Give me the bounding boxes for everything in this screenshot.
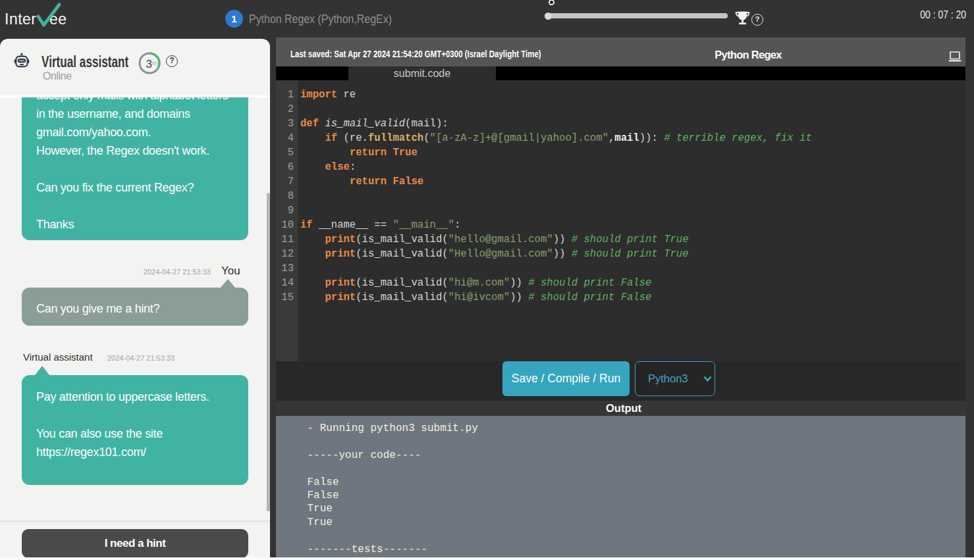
svg-text:m: m <box>152 59 157 66</box>
svg-text:3: 3 <box>146 58 152 70</box>
